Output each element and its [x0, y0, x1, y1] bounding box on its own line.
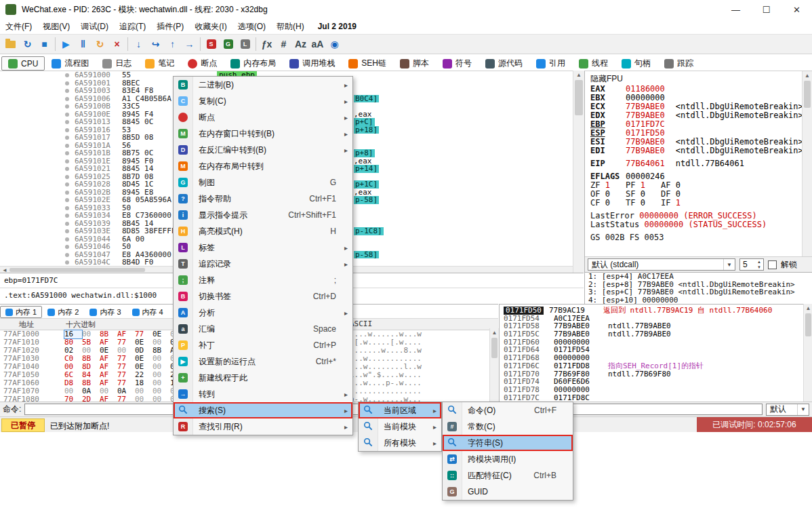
- stack-row[interactable]: 0171FD5077B9AC19返回到 ntdll.77B9AC19 自 ntd…: [500, 307, 812, 315]
- register-value[interactable]: 0171FD7C: [626, 119, 665, 129]
- breakpoint-dot-icon[interactable]: [65, 81, 69, 85]
- scroll-thumb[interactable]: [575, 80, 583, 115]
- search-type-item-constant[interactable]: #常数(C): [443, 418, 573, 435]
- command-profile-select[interactable]: 默认 ▼: [766, 404, 809, 416]
- stack-row[interactable]: 0171FD640171FD54: [500, 346, 812, 354]
- context-menu-item-goto-memory-window[interactable]: M在内存窗口中转到(B)▸: [174, 125, 352, 142]
- stack-scrollbar[interactable]: ▲: [803, 304, 812, 402]
- breakpoint-dot-icon[interactable]: [65, 222, 69, 226]
- calling-convention-select[interactable]: 默认 (stdcall) ▼: [588, 258, 735, 271]
- flag-tf[interactable]: TF 0: [626, 199, 661, 208]
- register-value[interactable]: 77B9ABE0: [626, 146, 665, 155]
- tab-trace[interactable]: 跟踪: [657, 56, 700, 71]
- chevron-down-icon[interactable]: ▼: [723, 259, 735, 270]
- register-value[interactable]: 00000000: [626, 93, 665, 102]
- breakpoint-column[interactable]: [60, 243, 75, 251]
- toolbar-step-over-button[interactable]: ↪: [147, 36, 164, 52]
- maximize-button[interactable]: ☐: [751, 0, 781, 19]
- menubar-item-调试D[interactable]: 调试(D): [75, 19, 114, 35]
- breakpoint-dot-icon[interactable]: [65, 89, 69, 93]
- breakpoint-column[interactable]: [60, 134, 75, 142]
- breakpoint-column[interactable]: [60, 142, 75, 150]
- toolbar-constant-search-button[interactable]: #: [275, 36, 292, 52]
- tab-breakpoints[interactable]: 断点: [181, 56, 224, 71]
- toolbar-threads-spool-button[interactable]: ◉: [326, 36, 343, 52]
- menubar-item-文件F[interactable]: 文件(F): [0, 19, 37, 35]
- register-value[interactable]: 01186000: [626, 84, 665, 94]
- context-menu-item-goto-disassembly[interactable]: D在反汇编中转到(B)▸: [174, 142, 352, 158]
- toolbar-log-window-button[interactable]: L: [237, 36, 253, 52]
- breakpoint-column[interactable]: [60, 157, 75, 165]
- registers-scrollbar[interactable]: ▲: [802, 71, 812, 256]
- breakpoint-column[interactable]: [60, 111, 75, 119]
- toolbar-restart-button[interactable]: ↻: [19, 36, 36, 52]
- search-type-item-string-references[interactable]: 字符串(S): [443, 435, 573, 451]
- stack-rows[interactable]: 0171FD5077B9AC19返回到 ntdll.77B9AC19 自 ntd…: [500, 307, 812, 402]
- argument-line[interactable]: 3: [esp+C] 77B9ABE0 <ntdll.DbgUiRemoteBr…: [585, 288, 812, 296]
- breakpoint-column[interactable]: [60, 204, 75, 212]
- hide-fpu-button[interactable]: 隐藏FPU: [590, 73, 623, 85]
- tab-seh-chain[interactable]: SEH链: [342, 56, 393, 71]
- toolbar-case-aa-button[interactable]: aA: [309, 36, 326, 52]
- context-menu-item-assemble[interactable]: a汇编Space: [174, 321, 352, 337]
- breakpoint-dot-icon[interactable]: [65, 113, 69, 117]
- breakpoint-dot-icon[interactable]: [65, 120, 69, 124]
- context-menu-item-find-references[interactable]: R查找引用(R)▸: [174, 418, 352, 435]
- context-menu-item-copy[interactable]: C复制(C)▸: [174, 93, 352, 109]
- register-value[interactable]: 00000246: [626, 172, 665, 181]
- breakpoint-column[interactable]: [60, 149, 75, 157]
- tab-threads[interactable]: 线程: [572, 56, 615, 71]
- toolbar-run-button[interactable]: ▶: [58, 36, 75, 52]
- toolbar-case-az-button[interactable]: Az: [292, 36, 309, 52]
- context-menu-item-analysis[interactable]: A分析▸: [174, 305, 352, 321]
- tab-memory-map[interactable]: 内存布局: [224, 56, 283, 71]
- breakpoint-column[interactable]: [60, 102, 75, 111]
- scroll-thumb[interactable]: [805, 313, 811, 336]
- register-value[interactable]: 77B9ABE0: [626, 111, 665, 120]
- register-row-edx[interactable]: EDX77B9ABE0<ntdll.DbgUiRemoteBreakin>: [590, 111, 802, 120]
- context-menu-item-goto[interactable]: →转到▸: [174, 386, 352, 402]
- search-scope-item-current-region[interactable]: 当前区域▸: [359, 402, 441, 418]
- breakpoint-dot-icon[interactable]: [65, 191, 69, 195]
- dump-tab-dump-4[interactable]: 内存 4: [127, 306, 169, 318]
- tab-handles[interactable]: 句柄: [615, 56, 657, 71]
- toolbar-scylla-button[interactable]: S: [203, 36, 220, 52]
- search-type-item-pattern[interactable]: ::匹配特征(C)Ctrl+B: [443, 467, 573, 484]
- toolbar-pause-button[interactable]: ‖: [75, 36, 92, 52]
- breakpoint-column[interactable]: [60, 258, 75, 267]
- stack-row[interactable]: 0171FD6000000000: [500, 338, 812, 347]
- register-value[interactable]: 0171FD50: [626, 128, 665, 138]
- unlock-checkbox[interactable]: [768, 260, 777, 269]
- search-scope-item-current-module[interactable]: 当前模块▸: [359, 418, 441, 435]
- tab-references[interactable]: 引用: [529, 56, 572, 71]
- disassembly-vertical-scrollbar[interactable]: ▲: [573, 71, 584, 273]
- register-row-eip[interactable]: EIP77B64061ntdll.77B64061: [590, 159, 802, 168]
- arguments-box[interactable]: 1: [esp+4] A0C17EEA2: [esp+8] 77B9ABE0 <…: [585, 272, 812, 305]
- toolbar-graph-view-button[interactable]: G: [220, 36, 237, 52]
- scroll-up-icon[interactable]: ▲: [804, 304, 812, 313]
- scroll-thumb[interactable]: [804, 81, 811, 108]
- breakpoint-column[interactable]: [60, 71, 75, 79]
- dump-scrollbar[interactable]: ▲: [489, 328, 499, 402]
- scroll-up-icon[interactable]: ▲: [803, 71, 812, 81]
- context-menu-item-search[interactable]: 搜索(S)▸: [174, 402, 352, 418]
- tab-notes[interactable]: 笔记: [138, 56, 181, 71]
- breakpoint-column[interactable]: [60, 165, 75, 173]
- toolbar-run-to-cursor-button[interactable]: →: [181, 36, 198, 52]
- scroll-up-icon[interactable]: ▲: [490, 328, 499, 338]
- register-value[interactable]: 77B9ABE0: [626, 102, 665, 111]
- tab-call-stack[interactable]: 调用堆栈: [283, 56, 342, 71]
- breakpoint-dot-icon[interactable]: [65, 73, 69, 77]
- search-scope-item-all-modules[interactable]: 所有模块▸: [359, 435, 441, 451]
- context-menu-item-label[interactable]: L标签▸: [174, 239, 352, 256]
- breakpoint-dot-icon[interactable]: [65, 136, 69, 140]
- stack-row[interactable]: 0171FD7800000000: [500, 386, 812, 394]
- breakpoint-dot-icon[interactable]: [65, 97, 69, 101]
- context-menu-item-toggle-bookmark[interactable]: B切换书签Ctrl+D: [174, 288, 352, 305]
- breakpoint-column[interactable]: [60, 189, 75, 197]
- flag-if[interactable]: IF 1: [661, 199, 696, 208]
- menubar-item-追踪T[interactable]: 追踪(T): [114, 19, 151, 35]
- context-menu-item-goto-memory-map[interactable]: M在内存布局中转到: [174, 158, 352, 174]
- breakpoint-column[interactable]: [60, 126, 75, 134]
- tab-log[interactable]: 日志: [96, 56, 138, 71]
